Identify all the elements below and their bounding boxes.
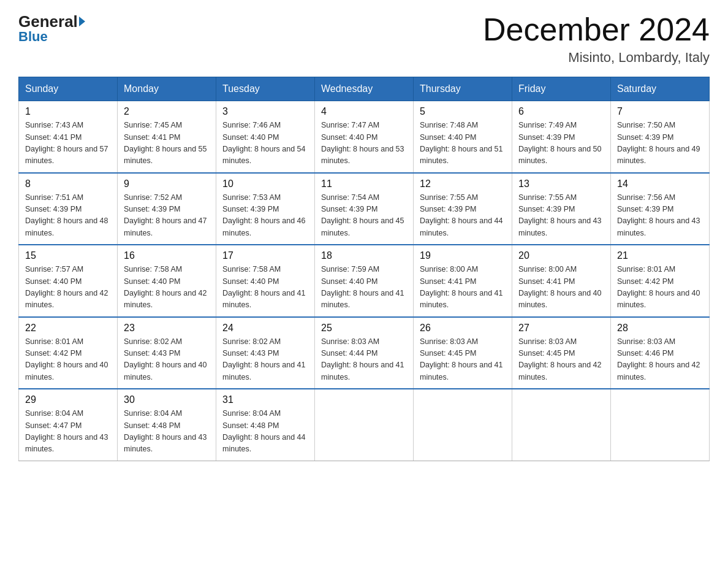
table-row: 20Sunrise: 8:00 AMSunset: 4:41 PMDayligh… bbox=[512, 245, 611, 317]
calendar-title: December 2024 bbox=[483, 12, 710, 47]
daylight-text: Daylight: 8 hours and 40 minutes. bbox=[25, 361, 108, 381]
table-row: 4Sunrise: 7:47 AMSunset: 4:40 PMDaylight… bbox=[315, 101, 414, 173]
sunset-text: Sunset: 4:48 PM bbox=[222, 421, 279, 430]
sunset-text: Sunset: 4:40 PM bbox=[25, 277, 82, 286]
day-info: Sunrise: 7:53 AMSunset: 4:39 PMDaylight:… bbox=[222, 192, 308, 240]
day-number: 14 bbox=[617, 178, 703, 190]
sunrise-text: Sunrise: 8:02 AM bbox=[222, 337, 281, 346]
sunset-text: Sunset: 4:46 PM bbox=[617, 349, 673, 358]
sunset-text: Sunset: 4:40 PM bbox=[222, 133, 279, 142]
table-row: 7Sunrise: 7:50 AMSunset: 4:39 PMDaylight… bbox=[611, 101, 710, 173]
calendar-table: Sunday Monday Tuesday Wednesday Thursday… bbox=[18, 77, 710, 461]
daylight-text: Daylight: 8 hours and 46 minutes. bbox=[222, 216, 306, 237]
day-number: 3 bbox=[222, 106, 308, 117]
table-row: 14Sunrise: 7:56 AMSunset: 4:39 PMDayligh… bbox=[611, 173, 710, 245]
daylight-text: Daylight: 8 hours and 57 minutes. bbox=[25, 145, 108, 165]
day-number: 17 bbox=[222, 250, 308, 261]
day-number: 16 bbox=[124, 250, 210, 261]
day-number: 8 bbox=[25, 178, 111, 190]
sunrise-text: Sunrise: 8:00 AM bbox=[420, 265, 478, 274]
daylight-text: Daylight: 8 hours and 43 minutes. bbox=[617, 216, 700, 237]
day-info: Sunrise: 7:52 AMSunset: 4:39 PMDaylight:… bbox=[124, 192, 210, 240]
calendar-week-row: 1Sunrise: 7:43 AMSunset: 4:41 PMDaylight… bbox=[19, 101, 710, 173]
day-number: 30 bbox=[124, 394, 210, 405]
table-row: 18Sunrise: 7:59 AMSunset: 4:40 PMDayligh… bbox=[315, 245, 414, 317]
day-info: Sunrise: 7:46 AMSunset: 4:40 PMDaylight:… bbox=[222, 120, 308, 167]
day-number: 5 bbox=[420, 106, 506, 117]
day-info: Sunrise: 7:48 AMSunset: 4:40 PMDaylight:… bbox=[420, 120, 506, 167]
sunset-text: Sunset: 4:39 PM bbox=[222, 205, 279, 213]
sunrise-text: Sunrise: 8:02 AM bbox=[124, 337, 182, 346]
daylight-text: Daylight: 8 hours and 43 minutes. bbox=[518, 216, 602, 237]
sunrise-text: Sunrise: 7:46 AM bbox=[222, 121, 281, 129]
day-info: Sunrise: 8:01 AMSunset: 4:42 PMDaylight:… bbox=[617, 264, 703, 312]
daylight-text: Daylight: 8 hours and 45 minutes. bbox=[321, 216, 404, 237]
day-info: Sunrise: 7:57 AMSunset: 4:40 PMDaylight:… bbox=[25, 264, 111, 312]
day-info: Sunrise: 7:54 AMSunset: 4:39 PMDaylight:… bbox=[321, 192, 407, 240]
day-info: Sunrise: 7:50 AMSunset: 4:39 PMDaylight:… bbox=[617, 120, 703, 167]
daylight-text: Daylight: 8 hours and 42 minutes. bbox=[25, 289, 108, 309]
sunset-text: Sunset: 4:39 PM bbox=[518, 133, 575, 142]
sunrise-text: Sunrise: 8:03 AM bbox=[420, 337, 478, 346]
table-row: 3Sunrise: 7:46 AMSunset: 4:40 PMDaylight… bbox=[216, 101, 315, 173]
sunset-text: Sunset: 4:40 PM bbox=[321, 133, 377, 142]
day-info: Sunrise: 7:47 AMSunset: 4:40 PMDaylight:… bbox=[321, 120, 407, 167]
title-area: December 2024 Misinto, Lombardy, Italy bbox=[483, 12, 710, 66]
day-info: Sunrise: 7:45 AMSunset: 4:41 PMDaylight:… bbox=[124, 120, 210, 167]
sunset-text: Sunset: 4:39 PM bbox=[617, 205, 673, 213]
sunset-text: Sunset: 4:39 PM bbox=[124, 205, 180, 213]
day-info: Sunrise: 8:03 AMSunset: 4:46 PMDaylight:… bbox=[617, 336, 703, 384]
sunrise-text: Sunrise: 7:51 AM bbox=[25, 193, 83, 202]
sunset-text: Sunset: 4:41 PM bbox=[420, 277, 476, 286]
day-info: Sunrise: 8:02 AMSunset: 4:43 PMDaylight:… bbox=[124, 336, 210, 384]
table-row bbox=[414, 389, 512, 461]
table-row: 11Sunrise: 7:54 AMSunset: 4:39 PMDayligh… bbox=[315, 173, 414, 245]
table-row: 29Sunrise: 8:04 AMSunset: 4:47 PMDayligh… bbox=[19, 389, 118, 461]
daylight-text: Daylight: 8 hours and 41 minutes. bbox=[420, 289, 503, 309]
day-number: 27 bbox=[518, 323, 604, 334]
sunset-text: Sunset: 4:39 PM bbox=[518, 205, 575, 213]
sunset-text: Sunset: 4:39 PM bbox=[25, 205, 82, 213]
daylight-text: Daylight: 8 hours and 41 minutes. bbox=[321, 289, 404, 309]
header-friday: Friday bbox=[512, 77, 611, 101]
day-info: Sunrise: 8:03 AMSunset: 4:45 PMDaylight:… bbox=[420, 336, 506, 384]
sunrise-text: Sunrise: 7:59 AM bbox=[321, 265, 379, 274]
day-info: Sunrise: 8:00 AMSunset: 4:41 PMDaylight:… bbox=[420, 264, 506, 312]
calendar-header-row: Sunday Monday Tuesday Wednesday Thursday… bbox=[19, 77, 710, 101]
header-saturday: Saturday bbox=[611, 77, 710, 101]
calendar-week-row: 15Sunrise: 7:57 AMSunset: 4:40 PMDayligh… bbox=[19, 245, 710, 317]
sunrise-text: Sunrise: 7:47 AM bbox=[321, 121, 379, 129]
daylight-text: Daylight: 8 hours and 40 minutes. bbox=[124, 361, 207, 381]
day-number: 10 bbox=[222, 178, 308, 190]
daylight-text: Daylight: 8 hours and 44 minutes. bbox=[222, 433, 306, 453]
sunrise-text: Sunrise: 7:55 AM bbox=[420, 193, 478, 202]
sunset-text: Sunset: 4:42 PM bbox=[25, 349, 82, 358]
sunrise-text: Sunrise: 8:04 AM bbox=[222, 409, 281, 418]
table-row: 13Sunrise: 7:55 AMSunset: 4:39 PMDayligh… bbox=[512, 173, 611, 245]
sunset-text: Sunset: 4:44 PM bbox=[321, 349, 377, 358]
calendar-week-row: 29Sunrise: 8:04 AMSunset: 4:47 PMDayligh… bbox=[19, 389, 710, 461]
daylight-text: Daylight: 8 hours and 42 minutes. bbox=[617, 361, 700, 381]
sunrise-text: Sunrise: 8:01 AM bbox=[617, 265, 675, 274]
daylight-text: Daylight: 8 hours and 53 minutes. bbox=[321, 145, 404, 165]
sunset-text: Sunset: 4:39 PM bbox=[321, 205, 377, 213]
table-row: 2Sunrise: 7:45 AMSunset: 4:41 PMDaylight… bbox=[118, 101, 216, 173]
day-info: Sunrise: 7:55 AMSunset: 4:39 PMDaylight:… bbox=[518, 192, 604, 240]
sunrise-text: Sunrise: 7:57 AM bbox=[25, 265, 83, 274]
daylight-text: Daylight: 8 hours and 40 minutes. bbox=[518, 289, 602, 309]
table-row: 21Sunrise: 8:01 AMSunset: 4:42 PMDayligh… bbox=[611, 245, 710, 317]
table-row: 25Sunrise: 8:03 AMSunset: 4:44 PMDayligh… bbox=[315, 317, 414, 389]
day-info: Sunrise: 8:00 AMSunset: 4:41 PMDaylight:… bbox=[518, 264, 604, 312]
day-number: 24 bbox=[222, 323, 308, 334]
day-number: 4 bbox=[321, 106, 407, 117]
sunset-text: Sunset: 4:45 PM bbox=[518, 349, 575, 358]
daylight-text: Daylight: 8 hours and 51 minutes. bbox=[420, 145, 503, 165]
day-number: 13 bbox=[518, 178, 604, 190]
daylight-text: Daylight: 8 hours and 42 minutes. bbox=[518, 361, 602, 381]
calendar-week-row: 22Sunrise: 8:01 AMSunset: 4:42 PMDayligh… bbox=[19, 317, 710, 389]
day-info: Sunrise: 8:04 AMSunset: 4:47 PMDaylight:… bbox=[25, 408, 111, 456]
day-number: 18 bbox=[321, 250, 407, 261]
day-number: 12 bbox=[420, 178, 506, 190]
day-number: 19 bbox=[420, 250, 506, 261]
sunrise-text: Sunrise: 7:45 AM bbox=[124, 121, 182, 129]
